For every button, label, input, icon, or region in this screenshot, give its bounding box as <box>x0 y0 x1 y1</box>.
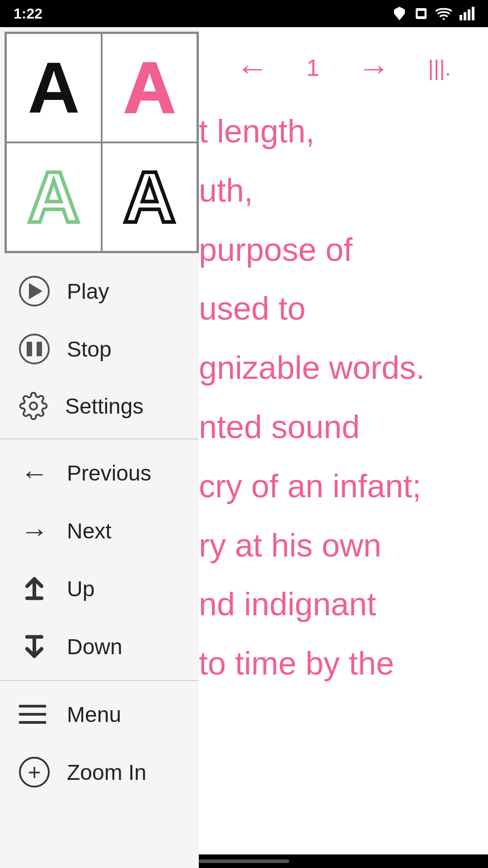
menu-section-2: ← Previous → Next Up <box>0 439 199 681</box>
pink-line-10: to time by the <box>199 641 470 686</box>
svg-rect-6 <box>468 9 470 20</box>
previous-icon: ← <box>18 457 51 489</box>
play-menu-item[interactable]: Play <box>0 262 199 320</box>
font-cell-black[interactable]: A <box>6 33 102 142</box>
pink-line-8: ry at his own <box>199 523 470 568</box>
main-content: ← 1 → |||. t length, uth, purpose of use… <box>0 27 488 868</box>
menu-label: Menu <box>67 702 121 727</box>
sim-icon <box>413 5 429 22</box>
up-icon <box>18 572 51 605</box>
svg-rect-4 <box>460 15 462 20</box>
play-circle <box>19 276 50 307</box>
plus-circle-icon: + <box>19 757 50 788</box>
svg-marker-0 <box>394 7 405 20</box>
down-menu-item[interactable]: Down <box>0 618 199 675</box>
previous-label: Previous <box>67 461 151 486</box>
up-label: Up <box>67 576 94 601</box>
svg-point-3 <box>443 18 445 20</box>
signal-icon <box>458 5 474 22</box>
pink-line-9: nd indignant <box>199 581 470 627</box>
menu-line-3 <box>19 721 46 724</box>
pink-line-7: cry of an infant; <box>199 463 470 509</box>
previous-menu-item[interactable]: ← Previous <box>0 444 199 502</box>
pink-line-2: uth, <box>199 168 470 213</box>
pink-line-5: gnizable words. <box>199 345 470 391</box>
play-triangle <box>29 283 42 299</box>
zoomin-label: Zoom In <box>67 760 146 785</box>
pause-bar-2 <box>37 342 42 356</box>
settings-menu-item[interactable]: Settings <box>0 378 199 434</box>
status-bar: 1:22 <box>0 0 488 27</box>
font-cell-green-outline[interactable]: A <box>6 142 102 252</box>
pause-bar-1 <box>27 342 32 356</box>
pink-line-3: purpose of <box>199 227 470 273</box>
play-label: Play <box>67 279 109 304</box>
pink-line-6: nted sound <box>199 404 470 450</box>
pause-circle <box>19 334 50 364</box>
pink-line-1: t length, <box>199 108 470 154</box>
menu-line-2 <box>19 713 46 716</box>
status-icons <box>391 5 474 22</box>
pink-line-4: used to <box>199 286 470 331</box>
settings-label: Settings <box>65 394 143 419</box>
down-icon <box>18 630 51 663</box>
pink-text-area: t length, uth, purpose of used to gnizab… <box>199 108 470 700</box>
menu-section-1: Play Stop Settings <box>0 258 199 439</box>
stop-label: Stop <box>67 337 112 362</box>
wifi-icon <box>435 5 453 22</box>
menu-section-3: Menu + Zoom In <box>0 681 199 806</box>
svg-rect-5 <box>464 12 466 20</box>
page-number: 1 <box>306 54 319 81</box>
vert-bars: |||. <box>428 56 451 80</box>
status-time: 1:22 <box>14 5 42 22</box>
font-letter-black-outline: A <box>123 161 176 233</box>
stop-icon <box>18 333 51 365</box>
gear-svg <box>19 392 48 420</box>
menu-menu-item[interactable]: Menu <box>0 685 199 743</box>
font-letter-pink: A <box>123 52 176 124</box>
up-arrow-svg <box>20 574 49 603</box>
nav-forward-arrow[interactable]: → <box>357 49 390 86</box>
zoomin-icon: + <box>18 756 51 788</box>
nav-back-arrow[interactable]: ← <box>236 49 268 86</box>
font-cell-pink[interactable]: A <box>102 33 197 142</box>
hamburger-icon <box>19 699 50 730</box>
font-grid: A A A A <box>5 32 199 253</box>
overlay-panel: A A A A Play <box>0 27 199 868</box>
stop-menu-item[interactable]: Stop <box>0 320 199 378</box>
nav-pill <box>199 859 289 863</box>
next-label: Next <box>67 519 112 543</box>
svg-rect-7 <box>472 7 474 20</box>
next-icon: → <box>18 514 51 547</box>
settings-icon <box>18 391 49 421</box>
font-letter-green-outline: A <box>28 161 80 233</box>
menu-line-1 <box>19 705 46 708</box>
zoomin-menu-item[interactable]: + Zoom In <box>0 743 199 801</box>
down-arrow-svg <box>20 632 49 661</box>
menu-icon <box>18 698 51 731</box>
next-menu-item[interactable]: → Next <box>0 502 199 560</box>
up-menu-item[interactable]: Up <box>0 560 199 618</box>
font-letter-black: A <box>28 52 80 124</box>
svg-rect-2 <box>418 11 425 16</box>
play-icon <box>18 275 51 307</box>
top-nav: ← 1 → |||. <box>199 27 488 108</box>
font-cell-black-outline[interactable]: A <box>102 142 197 252</box>
down-label: Down <box>67 634 122 659</box>
protect-icon <box>391 5 408 22</box>
